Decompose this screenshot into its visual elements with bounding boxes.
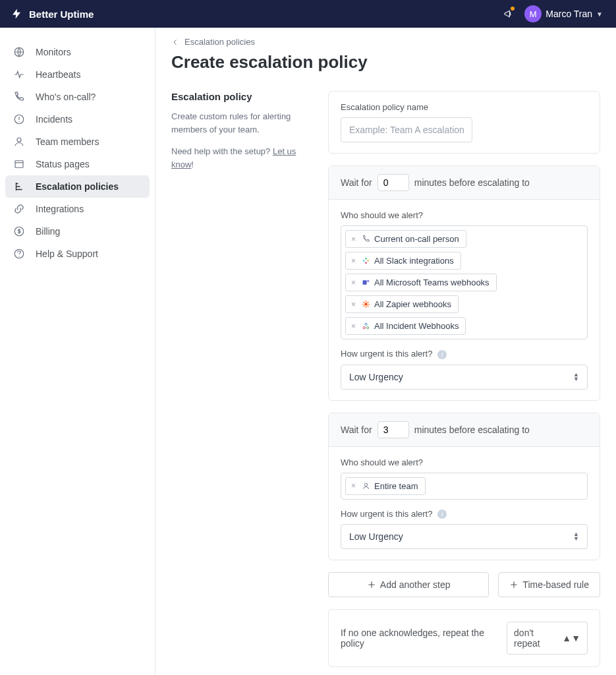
remove-icon[interactable]: × bbox=[350, 278, 357, 287]
svg-rect-9 bbox=[365, 262, 366, 264]
svg-point-16 bbox=[364, 483, 367, 486]
brand-name: Better Uptime bbox=[29, 9, 94, 20]
sidebar-item-oncall[interactable]: Who's on-call? bbox=[0, 86, 155, 108]
sidebar: Monitors Heartbeats Who's on-call? Incid… bbox=[0, 28, 155, 675]
urgency-label: How urgent is this alert? i bbox=[341, 349, 588, 359]
info-icon[interactable]: i bbox=[437, 350, 447, 359]
sidebar-item-billing[interactable]: Billing bbox=[0, 220, 155, 243]
card-step-0: Wait for minutes before escalating to Wh… bbox=[328, 165, 600, 401]
brand[interactable]: Better Uptime bbox=[11, 8, 94, 20]
remove-icon[interactable]: × bbox=[350, 256, 357, 266]
sidebar-item-label: Billing bbox=[36, 226, 60, 237]
add-step-button[interactable]: Add another step bbox=[328, 572, 489, 597]
sidebar-item-heartbeats[interactable]: Heartbeats bbox=[0, 63, 155, 86]
tag-zapier[interactable]: ×All Zapier webhooks bbox=[345, 295, 459, 313]
svg-point-12 bbox=[364, 303, 367, 305]
svg-rect-7 bbox=[365, 258, 366, 259]
card-step-1: Wait for minutes before escalating to Wh… bbox=[328, 413, 600, 561]
tag-slack[interactable]: ×All Slack integrations bbox=[345, 252, 461, 270]
sidebar-item-help[interactable]: Help & Support bbox=[0, 243, 155, 265]
remove-icon[interactable]: × bbox=[350, 235, 357, 244]
help-body: Create custom rules for alerting members… bbox=[171, 110, 310, 136]
sidebar-item-label: Team members bbox=[36, 136, 99, 147]
form-column: Escalation policy name Wait for minutes … bbox=[328, 91, 600, 675]
plus-icon bbox=[509, 580, 518, 589]
pulse-icon bbox=[13, 69, 25, 80]
tag-team[interactable]: ×Entire team bbox=[345, 477, 426, 495]
svg-rect-6 bbox=[363, 260, 364, 261]
sidebar-item-label: Escalation policies bbox=[36, 181, 119, 192]
sidebar-item-incidents[interactable]: Incidents bbox=[0, 108, 155, 131]
sidebar-item-integrations[interactable]: Integrations bbox=[0, 198, 155, 220]
tag-teams[interactable]: ×All Microsoft Teams webhooks bbox=[345, 274, 497, 291]
slack-icon bbox=[361, 256, 370, 265]
link-icon bbox=[13, 203, 25, 215]
info-icon[interactable]: i bbox=[437, 510, 447, 519]
remove-icon[interactable]: × bbox=[350, 322, 357, 331]
tag-oncall[interactable]: ×Current on-call person bbox=[345, 230, 466, 248]
form-help: Escalation policy Create custom rules fo… bbox=[171, 91, 310, 675]
urgency-select-0[interactable]: Low Urgency ▲▼ bbox=[341, 365, 588, 390]
repeat-card: If no one acknowledges, repeat the polic… bbox=[328, 609, 600, 667]
sidebar-item-label: Status pages bbox=[36, 159, 90, 169]
svg-point-2 bbox=[17, 138, 21, 142]
sidebar-item-label: Who's on-call? bbox=[36, 92, 96, 102]
help-icon bbox=[13, 248, 25, 260]
svg-point-11 bbox=[367, 280, 369, 282]
webhook-icon bbox=[361, 322, 370, 330]
targets-input-1[interactable]: ×Entire team bbox=[341, 473, 588, 500]
stepper-icon: ▲▼ bbox=[573, 532, 579, 541]
announcement-icon[interactable] bbox=[503, 9, 514, 19]
plus-icon bbox=[367, 580, 376, 589]
user-name: Marco Tran bbox=[546, 9, 592, 19]
topbar-right: M Marco Tran ▼ bbox=[503, 5, 603, 22]
remove-icon[interactable]: × bbox=[350, 481, 357, 490]
sidebar-item-label: Monitors bbox=[36, 47, 71, 57]
urgency-select-1[interactable]: Low Urgency ▲▼ bbox=[341, 524, 588, 549]
wait-input-0[interactable] bbox=[378, 174, 409, 191]
wait-input-1[interactable] bbox=[378, 421, 409, 438]
tag-webhooks[interactable]: ×All Incident Webhooks bbox=[345, 317, 466, 335]
stepper-icon: ▲▼ bbox=[562, 633, 580, 643]
remove-icon[interactable]: × bbox=[350, 300, 357, 309]
svg-point-15 bbox=[364, 323, 366, 325]
svg-rect-10 bbox=[362, 280, 366, 285]
help-heading: Escalation policy bbox=[171, 91, 310, 102]
sidebar-item-label: Incidents bbox=[36, 114, 72, 125]
step-1-wait: Wait for minutes before escalating to bbox=[329, 413, 600, 447]
sidebar-item-monitors[interactable]: Monitors bbox=[0, 41, 155, 63]
breadcrumb[interactable]: Escalation policies bbox=[171, 37, 600, 47]
sidebar-item-status[interactable]: Status pages bbox=[0, 153, 155, 175]
sidebar-item-label: Help & Support bbox=[36, 249, 98, 259]
targets-input-0[interactable]: ×Current on-call person ×All Slack integ… bbox=[341, 225, 588, 339]
sidebar-item-label: Heartbeats bbox=[36, 69, 80, 80]
zapier-icon bbox=[361, 300, 370, 308]
urgency-label: How urgent is this alert? i bbox=[341, 509, 588, 519]
topbar: Better Uptime M Marco Tran ▼ bbox=[0, 0, 616, 28]
svg-point-13 bbox=[363, 327, 365, 329]
stepper-icon: ▲▼ bbox=[573, 372, 579, 382]
help-setup: Need help with the setup? Let us know! bbox=[171, 145, 310, 171]
person-icon bbox=[13, 136, 25, 148]
user-menu[interactable]: M Marco Tran ▼ bbox=[524, 5, 603, 22]
card-name: Escalation policy name bbox=[328, 91, 600, 154]
alert-icon bbox=[13, 113, 25, 125]
time-rule-button[interactable]: Time-based rule bbox=[498, 572, 600, 597]
sidebar-item-escalation[interactable]: Escalation policies bbox=[5, 175, 150, 198]
brand-icon bbox=[11, 8, 22, 20]
globe-icon bbox=[13, 46, 25, 58]
name-input[interactable] bbox=[341, 117, 472, 142]
who-label: Who should we alert? bbox=[341, 457, 588, 467]
phone-icon bbox=[13, 91, 25, 103]
page-title: Create escalation policy bbox=[171, 52, 600, 73]
step-0-wait: Wait for minutes before escalating to bbox=[329, 166, 600, 200]
svg-point-14 bbox=[366, 327, 368, 329]
avatar: M bbox=[524, 5, 542, 22]
name-label: Escalation policy name bbox=[341, 102, 588, 112]
phone-icon bbox=[361, 235, 370, 243]
sidebar-item-team[interactable]: Team members bbox=[0, 131, 155, 153]
person-icon bbox=[361, 482, 370, 490]
main: Escalation policies Create escalation po… bbox=[155, 28, 616, 675]
repeat-select[interactable]: don't repeat ▲▼ bbox=[507, 622, 588, 655]
who-label: Who should we alert? bbox=[341, 210, 588, 220]
